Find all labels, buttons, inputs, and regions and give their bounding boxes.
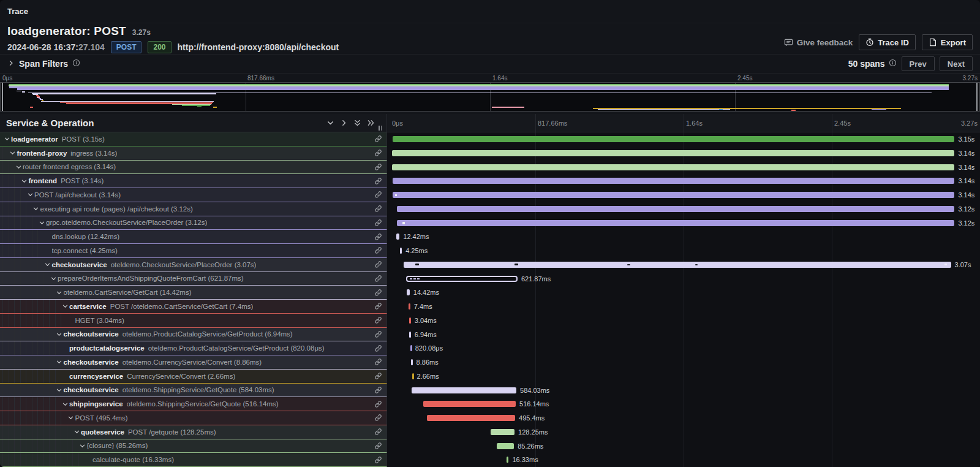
span-link-icon[interactable] xyxy=(374,302,382,310)
span-row[interactable]: cartservicePOST /oteldemo.CartService/Ge… xyxy=(0,300,980,314)
span-bar[interactable] xyxy=(400,248,402,254)
row-expander-icon[interactable] xyxy=(26,191,34,198)
span-row[interactable]: oteldemo.CartService/GetCart (14.42ms)14… xyxy=(0,286,980,300)
span-link-icon[interactable] xyxy=(374,414,382,422)
span-link-icon[interactable] xyxy=(374,344,382,352)
span-row[interactable]: tcp.connect (4.25ms)4.25ms xyxy=(0,244,980,258)
row-expander-icon[interactable] xyxy=(32,205,40,212)
span-link-icon[interactable] xyxy=(374,177,382,185)
span-link-icon[interactable] xyxy=(374,289,382,297)
span-row[interactable]: loadgeneratorPOST (3.15s)3.15s xyxy=(0,132,980,146)
row-expander-icon[interactable] xyxy=(20,178,29,184)
span-link-icon[interactable] xyxy=(374,442,382,450)
row-expander-icon[interactable] xyxy=(2,135,11,142)
column-resize-handle[interactable] xyxy=(379,126,382,131)
row-expander-icon[interactable] xyxy=(49,275,58,282)
span-link-icon[interactable] xyxy=(374,386,382,394)
row-expander-icon[interactable] xyxy=(61,303,69,309)
row-expander-icon[interactable] xyxy=(43,261,52,268)
span-bar[interactable] xyxy=(409,303,410,309)
span-bar[interactable] xyxy=(393,178,955,184)
row-expander-icon[interactable] xyxy=(55,289,64,296)
collapse-one-icon[interactable] xyxy=(326,119,334,127)
span-row[interactable]: frontendPOST (3.14s)3.14s xyxy=(0,174,980,188)
span-link-icon[interactable] xyxy=(374,233,382,241)
span-row[interactable]: POST (495.4ms)495.4ms xyxy=(0,411,980,425)
span-link-icon[interactable] xyxy=(374,135,382,143)
span-link-icon[interactable] xyxy=(374,456,382,464)
span-bar[interactable] xyxy=(497,443,514,449)
span-row[interactable]: {closure} (85.26ms)85.26ms xyxy=(0,439,980,454)
span-link-icon[interactable] xyxy=(374,330,382,338)
trace-id-button[interactable]: Trace ID xyxy=(859,34,916,50)
span-link-icon[interactable] xyxy=(374,260,382,268)
span-bar[interactable] xyxy=(396,234,399,240)
span-bar[interactable] xyxy=(397,206,954,212)
span-row[interactable]: productcatalogserviceoteldemo.ProductCat… xyxy=(0,341,980,355)
span-bar[interactable] xyxy=(412,373,414,379)
span-link-icon[interactable] xyxy=(374,205,382,213)
span-row[interactable]: checkoutserviceoteldemo.ShippingService/… xyxy=(0,384,980,398)
minimap-left-handle[interactable] xyxy=(2,83,3,111)
span-row[interactable]: dns.lookup (12.42ms)12.42ms xyxy=(0,230,980,244)
span-bar[interactable] xyxy=(407,289,410,295)
span-bar[interactable] xyxy=(410,345,412,351)
expand-one-icon[interactable] xyxy=(340,119,348,127)
row-expander-icon[interactable] xyxy=(9,150,17,156)
span-bar[interactable] xyxy=(393,192,955,198)
span-bar[interactable] xyxy=(409,332,411,338)
row-expander-icon[interactable] xyxy=(67,414,75,421)
collapse-all-icon[interactable] xyxy=(353,119,361,127)
span-link-icon[interactable] xyxy=(374,219,382,227)
span-bar[interactable] xyxy=(393,136,955,142)
span-bar[interactable] xyxy=(491,429,514,435)
span-bar[interactable] xyxy=(392,164,955,170)
span-link-icon[interactable] xyxy=(374,428,382,436)
span-bar[interactable] xyxy=(411,359,413,365)
span-row[interactable]: checkoutserviceoteldemo.CheckoutService/… xyxy=(0,258,980,272)
span-row[interactable]: grpc.oteldemo.CheckoutService/PlaceOrder… xyxy=(0,216,980,230)
trace-minimap[interactable] xyxy=(0,82,980,112)
span-bar[interactable] xyxy=(397,220,954,226)
span-link-icon[interactable] xyxy=(374,358,382,366)
give-feedback-button[interactable]: Give feedback xyxy=(784,38,853,47)
row-expander-icon[interactable] xyxy=(55,359,64,365)
span-bar[interactable] xyxy=(423,401,516,407)
span-row[interactable]: POST /api/checkout (3.14s)3.14s xyxy=(0,188,980,202)
span-link-icon[interactable] xyxy=(374,246,382,254)
row-expander-icon[interactable] xyxy=(37,219,46,226)
span-bar[interactable] xyxy=(406,276,518,282)
span-link-icon[interactable] xyxy=(374,400,382,408)
span-row[interactable]: prepareOrderItemsAndShippingQuoteFromCar… xyxy=(0,272,980,286)
row-expander-icon[interactable] xyxy=(55,387,64,393)
prev-span-button[interactable]: Prev xyxy=(902,56,935,71)
span-link-icon[interactable] xyxy=(374,163,382,171)
span-bar[interactable] xyxy=(427,415,515,421)
span-bar[interactable] xyxy=(412,387,516,393)
span-row[interactable]: currencyserviceCurrencyService/Convert (… xyxy=(0,370,980,384)
row-expander-icon[interactable] xyxy=(55,331,64,338)
export-button[interactable]: Export xyxy=(922,34,973,50)
span-link-icon[interactable] xyxy=(374,275,382,283)
breadcrumb[interactable]: Trace xyxy=(7,7,28,16)
row-expander-icon[interactable] xyxy=(72,428,81,435)
span-link-icon[interactable] xyxy=(374,191,382,199)
span-row[interactable]: shippingserviceoteldemo.ShippingService/… xyxy=(0,397,980,411)
span-link-icon[interactable] xyxy=(374,372,382,380)
span-row[interactable]: frontend-proxyingress (3.14s)3.14s xyxy=(0,146,980,161)
span-link-icon[interactable] xyxy=(374,316,382,324)
span-row[interactable]: checkoutserviceoteldemo.CurrencyService/… xyxy=(0,355,980,370)
row-expander-icon[interactable] xyxy=(78,442,87,449)
span-bar[interactable] xyxy=(392,150,955,156)
span-bar[interactable] xyxy=(404,262,951,268)
minimap-right-handle[interactable] xyxy=(976,83,978,111)
span-link-icon[interactable] xyxy=(374,149,382,157)
span-row[interactable]: HGET (3.04ms)3.04ms xyxy=(0,314,980,328)
row-expander-icon[interactable] xyxy=(61,401,69,408)
span-row[interactable]: checkoutserviceoteldemo.ProductCatalogSe… xyxy=(0,328,980,342)
span-row[interactable]: executing api route (pages) /api/checkou… xyxy=(0,202,980,216)
span-bar[interactable] xyxy=(507,457,509,463)
span-filters-toggle[interactable]: Span Filters xyxy=(7,58,80,69)
next-span-button[interactable]: Next xyxy=(940,56,973,71)
span-row[interactable]: router frontend egress (3.14s)3.14s xyxy=(0,161,980,175)
